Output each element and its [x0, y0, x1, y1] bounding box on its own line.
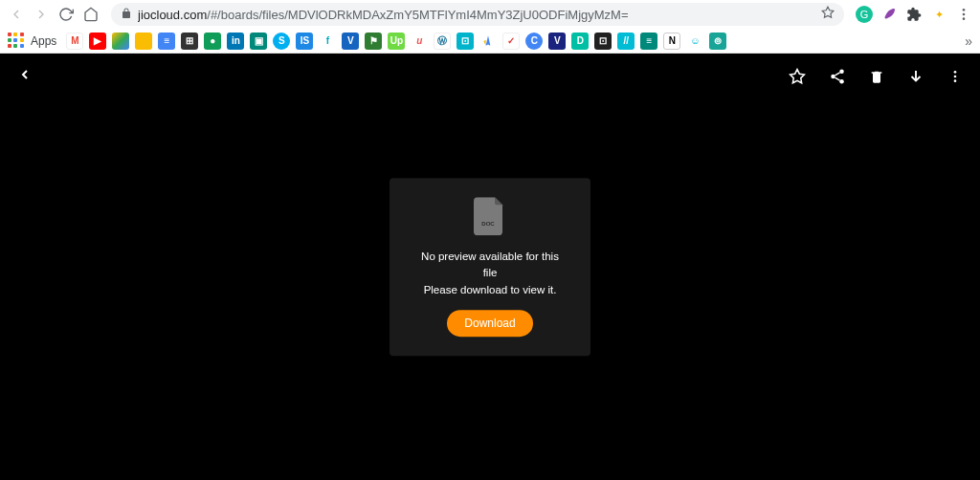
- bookmark-stripe-icon[interactable]: //: [617, 33, 635, 50]
- svg-point-11: [954, 79, 957, 82]
- bookmark-notion-icon[interactable]: N: [663, 33, 680, 50]
- bookmark-book-icon[interactable]: ⊞: [181, 33, 198, 50]
- bookmark-is-icon[interactable]: IS: [296, 33, 313, 50]
- bookmark-sq-icon[interactable]: ⊡: [594, 33, 612, 50]
- favorite-star-icon[interactable]: [789, 68, 806, 85]
- apps-label[interactable]: Apps: [31, 34, 56, 48]
- bookmark-check-icon[interactable]: ✓: [502, 33, 520, 50]
- file-viewer: DOC No preview available for this file P…: [0, 54, 980, 480]
- svg-text:DOC: DOC: [481, 221, 495, 227]
- extension-bee-icon[interactable]: ✦: [930, 6, 947, 23]
- home-icon[interactable]: [82, 6, 100, 23]
- bookmark-skype-icon[interactable]: S: [273, 33, 290, 50]
- bookmark-linkedin-icon[interactable]: in: [227, 33, 244, 50]
- viewer-back-icon[interactable]: [17, 67, 33, 86]
- bookmark-lines-icon[interactable]: ≡: [640, 33, 657, 50]
- apps-grid-icon[interactable]: [8, 33, 25, 50]
- bookmark-robot-icon[interactable]: ☺: [686, 33, 703, 50]
- preview-line1: No preview available for this file: [418, 249, 562, 282]
- no-preview-message: No preview available for this file Pleas…: [418, 249, 562, 298]
- address-bar[interactable]: jiocloud.com/#/boards/files/MDVlODRkMDAx…: [111, 3, 844, 26]
- extension-feather-icon[interactable]: [880, 6, 898, 23]
- menu-dots-icon[interactable]: [955, 6, 972, 23]
- bookmark-keep-icon[interactable]: [135, 33, 152, 50]
- svg-point-6: [831, 75, 835, 79]
- bookmark-f-icon[interactable]: f: [319, 33, 336, 50]
- no-preview-card: DOC No preview available for this file P…: [390, 178, 590, 356]
- bookmark-meet-icon[interactable]: ▣: [250, 33, 267, 50]
- bookmark-ads-icon[interactable]: [479, 33, 497, 50]
- preview-line2: Please download to view it.: [418, 282, 562, 298]
- forward-icon[interactable]: [33, 6, 50, 23]
- svg-point-3: [963, 17, 966, 20]
- bookmark-overflow-icon[interactable]: »: [965, 33, 972, 49]
- extension-grammarly-icon[interactable]: G: [856, 6, 873, 23]
- bookmark-photopea-icon[interactable]: ⊚: [709, 33, 726, 50]
- download-button[interactable]: Download: [447, 310, 532, 337]
- bookmark-mc-icon[interactable]: ⊡: [457, 33, 474, 50]
- bookmark-gmail-icon[interactable]: M: [66, 33, 83, 50]
- delete-trash-icon[interactable]: [869, 69, 884, 84]
- bookmark-flag-icon[interactable]: ⚑: [365, 33, 382, 50]
- reload-icon[interactable]: [57, 6, 75, 23]
- back-icon[interactable]: [8, 6, 25, 23]
- bookmark-youtube-icon[interactable]: ▶: [89, 33, 106, 50]
- svg-point-5: [839, 70, 844, 75]
- more-dots-icon[interactable]: [947, 69, 963, 84]
- svg-point-7: [839, 79, 844, 84]
- svg-point-1: [963, 9, 966, 11]
- svg-marker-0: [822, 7, 834, 17]
- lock-icon: [121, 6, 132, 23]
- bookmark-green-icon[interactable]: ●: [204, 33, 221, 50]
- share-icon[interactable]: [829, 68, 846, 85]
- bookmark-c-icon[interactable]: C: [525, 33, 543, 50]
- bookmarks-bar: Apps M ▶ ≡ ⊞ ● in ▣ S IS f V ⚑ Up u Ⓦ ⊡ …: [0, 29, 980, 54]
- bookmark-star-icon[interactable]: [821, 6, 835, 23]
- document-icon: DOC: [418, 197, 562, 239]
- viewer-topbar: [0, 54, 980, 99]
- bookmark-drive-icon[interactable]: [112, 33, 129, 50]
- bookmark-up-icon[interactable]: Up: [388, 33, 405, 50]
- bookmark-v2-icon[interactable]: V: [548, 33, 566, 50]
- browser-nav-bar: jiocloud.com/#/boards/files/MDVlODRkMDAx…: [0, 0, 980, 29]
- svg-point-10: [954, 76, 957, 78]
- svg-point-2: [963, 13, 966, 16]
- bookmark-u-icon[interactable]: u: [411, 33, 428, 50]
- bookmark-wordpress-icon[interactable]: Ⓦ: [434, 33, 451, 50]
- extension-puzzle-icon[interactable]: [905, 6, 923, 23]
- svg-marker-4: [791, 70, 805, 83]
- svg-point-9: [954, 71, 957, 74]
- download-arrow-icon[interactable]: [907, 68, 924, 85]
- bookmark-d-icon[interactable]: D: [571, 33, 589, 50]
- bookmark-docs-icon[interactable]: ≡: [158, 33, 175, 50]
- bookmark-v-icon[interactable]: V: [342, 33, 359, 50]
- url-text: jiocloud.com/#/boards/files/MDVlODRkMDAx…: [138, 8, 815, 22]
